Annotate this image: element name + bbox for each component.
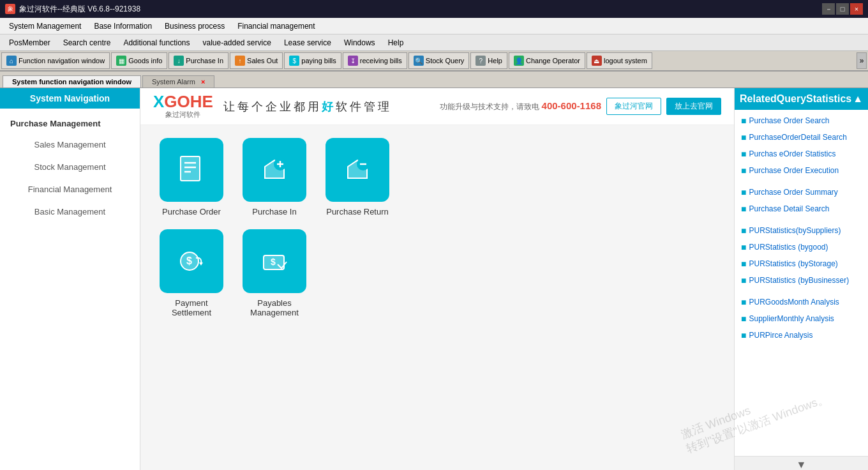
rp-item-13-label: PURPirce Analysis — [749, 331, 812, 340]
title-bar: 象 象过河软件--经典版 V6.6.8--921938 － □ × — [0, 0, 868, 18]
rp-item-6[interactable]: ■ Purchase Detail Search — [735, 201, 868, 217]
purchase-return-label: Purchase Return — [326, 207, 389, 216]
rp-item-9-label: PURStatistics (byStorage) — [749, 259, 837, 268]
right-panel-content: ■ Purchase Order Search ■ PurchaseOrderD… — [735, 110, 868, 456]
right-panel-scroll-up[interactable]: ▲ — [853, 93, 863, 105]
icon-purchase-order[interactable]: Purchase Order — [160, 138, 223, 216]
toolbar1: PosMember Search centre Additional funct… — [0, 34, 868, 51]
toolbar1-additional-functions[interactable]: Additional functions — [117, 37, 196, 49]
tab-system-nav[interactable]: System function navigation window — [3, 75, 141, 87]
toolbar-goods-info-label: Goods info — [128, 57, 162, 64]
tab-system-nav-label: System function navigation window — [12, 78, 131, 86]
rp-item-4[interactable]: ■ Purchase Order Execution — [735, 162, 868, 179]
brand-logo-sub: 象过河软件 — [153, 110, 213, 119]
rp-bullet-5: ■ — [741, 187, 746, 197]
rp-item-12[interactable]: ■ SupplierMonthly Analysis — [735, 310, 868, 327]
close-button[interactable]: × — [850, 3, 863, 15]
brand-header: XGOHE 象过河软件 让每个企业都用好软件管理 功能升级与技术支持，请致电 4… — [140, 88, 734, 125]
sidebar-item-financial[interactable]: Financial Management — [0, 178, 140, 201]
tab-system-alarm[interactable]: System Alarm × — [142, 75, 214, 87]
rp-divider-3 — [735, 289, 868, 294]
tab-system-alarm-close[interactable]: × — [201, 78, 205, 86]
rp-bullet-8: ■ — [741, 242, 746, 252]
icon-purchase-in[interactable]: Purchase In — [243, 138, 306, 216]
tab-system-alarm-label: System Alarm — [152, 78, 195, 86]
rp-item-8[interactable]: ■ PURStatistics (bygood) — [735, 239, 868, 255]
brand-upload-btn[interactable]: 放上去官网 — [666, 98, 721, 115]
purchase-order-label: Purchase Order — [162, 207, 221, 216]
rp-item-13[interactable]: ■ PURPirce Analysis — [735, 327, 868, 344]
rp-item-10[interactable]: ■ PURStatistics (byBusinesser) — [735, 272, 868, 289]
menu-system-management[interactable]: System Management — [3, 20, 87, 33]
menu-business-process[interactable]: Business process — [158, 20, 231, 33]
sidebar-item-basic[interactable]: Basic Management — [0, 201, 140, 223]
icon-payables-management[interactable]: $ PayablesManagement — [243, 229, 306, 317]
minimize-button[interactable]: － — [822, 3, 835, 15]
payment-settlement-icon-box: $ — [160, 229, 223, 293]
rp-bullet-1: ■ — [741, 116, 746, 126]
toolbar-logout[interactable]: ⏏ logout system — [587, 52, 652, 69]
brand-right: 功能升级与技术支持，请致电 400-600-1168 象过河官网 放上去官网 — [440, 98, 721, 115]
toolbar-paying-bills[interactable]: $ paying bills — [284, 52, 341, 69]
icon-purchase-return[interactable]: Purchase Return — [326, 138, 389, 216]
toolbar1-search-centre[interactable]: Search centre — [57, 37, 117, 49]
toolbar1-windows[interactable]: Windows — [338, 37, 382, 49]
rp-item-7[interactable]: ■ PURStatistics(bySuppliers) — [735, 222, 868, 239]
icons-area: Purchase Order Purchase In — [140, 125, 734, 470]
maximize-button[interactable]: □ — [836, 3, 849, 15]
toolbar1-posmember[interactable]: PosMember — [3, 37, 57, 49]
toolbar-stock-query[interactable]: 🔍 Stock Query — [408, 52, 470, 69]
rp-divider-2 — [735, 217, 868, 222]
toolbar-goods-info[interactable]: ▦ Goods info — [111, 52, 167, 69]
rp-item-12-label: SupplierMonthly Analysis — [749, 314, 834, 323]
receiving-icon: ↧ — [348, 56, 358, 66]
sidebar-item-sales[interactable]: Sales Management — [0, 133, 140, 156]
sidebar-section-purchase: Purchase Management — [0, 114, 140, 133]
svg-text:$: $ — [186, 255, 192, 266]
toolbar-sales-out[interactable]: ↑ Sales Out — [230, 52, 283, 69]
purchase-in-label: Purchase In — [252, 207, 296, 216]
toolbar-function-nav[interactable]: ⌂ Function navigation window — [1, 52, 110, 69]
rp-item-2-label: PurchaseOrderDetail Search — [749, 133, 846, 142]
toolbar-purchase-in[interactable]: ↓ Purchase In — [168, 52, 228, 69]
app-icon: 象 — [5, 4, 15, 14]
menu-financial-management[interactable]: Financial management — [231, 20, 321, 33]
toolbar1-lease[interactable]: Lease service — [278, 37, 338, 49]
rp-item-2[interactable]: ■ PurchaseOrderDetail Search — [735, 129, 868, 146]
toolbar-receiving-bills[interactable]: ↧ receiving bills — [343, 52, 407, 69]
toolbar-help[interactable]: ? Help — [470, 52, 507, 69]
sidebar-item-stock[interactable]: Stock Management — [0, 156, 140, 178]
operator-icon: 👤 — [514, 56, 524, 66]
rp-item-11[interactable]: ■ PURGoodsMonth Analysis — [735, 294, 868, 310]
purchase-return-icon-box — [326, 138, 389, 202]
right-panel-footer: ▼ — [735, 456, 868, 470]
rp-item-5[interactable]: ■ Purchase Order Summary — [735, 184, 868, 201]
toolbar-expand[interactable]: » — [857, 52, 867, 69]
toolbar-change-operator-label: Change Operator — [526, 57, 580, 64]
toolbar2: ⌂ Function navigation window ▦ Goods inf… — [0, 51, 868, 72]
rp-item-9[interactable]: ■ PURStatistics (byStorage) — [735, 255, 868, 272]
menu-bar: System Management Base Information Busin… — [0, 18, 868, 34]
menu-base-information[interactable]: Base Information — [87, 20, 158, 33]
help-icon: ? — [475, 56, 486, 66]
purchase-order-icon-box — [160, 138, 223, 202]
rp-item-4-label: Purchase Order Execution — [749, 166, 839, 175]
paying-icon: $ — [289, 56, 299, 66]
toolbar1-help[interactable]: Help — [382, 37, 410, 49]
rp-item-1[interactable]: ■ Purchase Order Search — [735, 112, 868, 129]
brand-slogan: 让每个企业都用好软件管理 — [223, 99, 392, 114]
toolbar-receiving-bills-label: receiving bills — [360, 57, 402, 64]
toolbar1-value-added[interactable]: value-added service — [196, 37, 277, 49]
right-panel-scroll-down[interactable]: ▼ — [797, 459, 807, 471]
right-panel: RelatedQueryStatistics ▲ ■ Purchase Orde… — [734, 88, 868, 470]
home-icon: ⌂ — [6, 56, 17, 66]
rp-bullet-3: ■ — [741, 149, 746, 159]
sales-out-icon: ↑ — [235, 56, 245, 66]
toolbar-sales-out-label: Sales Out — [247, 57, 278, 64]
brand-official-btn[interactable]: 象过河官网 — [606, 98, 661, 115]
right-panel-title: RelatedQueryStatistics — [740, 93, 851, 105]
icon-payment-settlement[interactable]: $ PaymentSettlement — [160, 229, 223, 317]
rp-item-3[interactable]: ■ Purchas eOrder Statistics — [735, 146, 868, 162]
toolbar-change-operator[interactable]: 👤 Change Operator — [509, 52, 585, 69]
rp-bullet-11: ■ — [741, 297, 746, 307]
